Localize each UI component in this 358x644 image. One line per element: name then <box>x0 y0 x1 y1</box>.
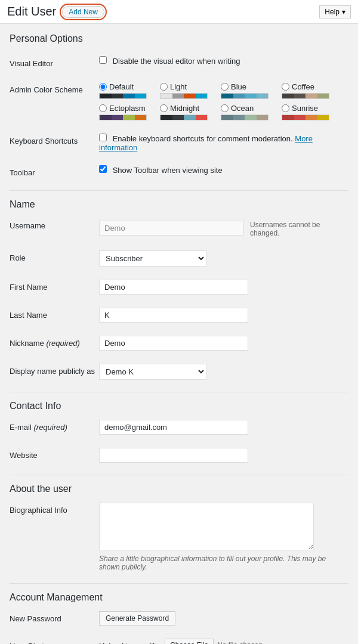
user-photo-label: User Photo <box>10 639 99 644</box>
top-bar: Edit User Add New Help ▾ <box>0 0 358 24</box>
swatch <box>233 94 245 98</box>
last-name-label: Last Name <box>10 308 99 321</box>
swatch <box>172 115 184 120</box>
color-swatches-ocean <box>221 114 268 120</box>
upload-label-text: Upload image file: <box>99 641 161 644</box>
keyboard-shortcuts-checkbox-label[interactable]: Enable keyboard shortcuts for comment mo… <box>99 134 295 143</box>
color-option-label-midnight[interactable]: Midnight <box>160 104 199 113</box>
color-swatches-default <box>99 93 147 99</box>
user-photo-row: User Photo Upload image file: Choose Fil… <box>10 635 348 644</box>
nickname-label-text: Nickname <box>10 339 44 348</box>
role-select[interactable]: SubscriberContributorAuthorEditorAdminis… <box>99 250 206 267</box>
color-option-ocean[interactable]: Ocean <box>221 104 277 120</box>
account-section-title: Account Management <box>10 583 348 603</box>
color-option-midnight[interactable]: Midnight <box>160 104 216 120</box>
color-radio-ocean[interactable] <box>221 104 229 112</box>
swatch <box>294 115 306 120</box>
display-name-control: Demo KDemoK <box>99 364 348 380</box>
new-password-row: New Password Generate Password <box>10 608 348 629</box>
help-button[interactable]: Help ▾ <box>319 5 351 18</box>
toolbar-checkbox-label[interactable]: Show Toolbar when viewing site <box>99 166 223 175</box>
color-option-label-sunrise[interactable]: Sunrise <box>282 104 318 113</box>
color-option-default[interactable]: Default <box>99 82 155 99</box>
contact-section-title: Contact Info <box>10 392 348 411</box>
role-row: Role SubscriberContributorAuthorEditorAd… <box>10 247 348 270</box>
website-label: Website <box>10 448 99 461</box>
swatch <box>245 94 257 98</box>
color-option-label-default[interactable]: Default <box>99 82 134 91</box>
name-section-title: Name <box>10 190 348 210</box>
user-photo-control: Upload image file: Choose File No file c… <box>99 639 348 644</box>
swatch <box>317 94 329 98</box>
chevron-down-icon: ▾ <box>342 8 345 16</box>
swatch <box>184 94 196 98</box>
last-name-control <box>99 308 348 323</box>
color-option-label-coffee[interactable]: Coffee <box>282 82 314 91</box>
swatch <box>161 94 172 98</box>
color-radio-light[interactable] <box>160 83 168 91</box>
swatch <box>100 115 112 120</box>
choose-file-button[interactable]: Choose File <box>165 639 214 644</box>
new-password-control: Generate Password <box>99 611 348 626</box>
color-radio-default[interactable] <box>99 83 107 91</box>
swatch <box>184 115 196 120</box>
swatch <box>135 94 147 98</box>
swatch <box>123 94 135 98</box>
new-password-label: New Password <box>10 611 99 624</box>
color-radio-blue[interactable] <box>221 83 229 91</box>
color-swatches-light <box>160 93 208 99</box>
username-input-row: Usernames cannot be changed. <box>99 218 348 237</box>
toolbar-checkbox[interactable] <box>99 165 107 173</box>
color-option-ectoplasm[interactable]: Ectoplasm <box>99 104 155 120</box>
swatch <box>257 94 268 98</box>
email-input[interactable] <box>99 420 248 435</box>
bio-textarea[interactable] <box>99 503 314 550</box>
visual-editor-checkbox-label[interactable]: Disable the visual editor when writing <box>99 57 240 66</box>
color-option-coffee[interactable]: Coffee <box>282 82 338 99</box>
visual-editor-row: Visual Editor Disable the visual editor … <box>10 52 348 73</box>
color-option-label-light[interactable]: Light <box>160 82 187 91</box>
color-radio-ectoplasm[interactable] <box>99 104 107 112</box>
swatch <box>135 115 147 120</box>
swatch <box>196 94 208 98</box>
color-option-label-blue[interactable]: Blue <box>221 82 246 91</box>
keyboard-shortcuts-checkbox[interactable] <box>99 134 107 141</box>
last-name-input[interactable] <box>99 308 248 323</box>
swatch <box>305 115 317 120</box>
nickname-control <box>99 336 348 351</box>
top-bar-left: Edit User Add New <box>7 5 104 18</box>
display-name-row: Display name publicly as Demo KDemoK <box>10 360 348 383</box>
keyboard-shortcuts-row: Keyboard Shortcuts Enable keyboard short… <box>10 130 348 156</box>
bio-hint: Share a little biographical information … <box>99 555 338 571</box>
color-scheme-grid: DefaultLightBlueCoffeeEctoplasmMidnightO… <box>99 82 338 120</box>
keyboard-shortcuts-control: Enable keyboard shortcuts for comment mo… <box>99 134 348 152</box>
color-swatches-sunrise <box>282 114 329 120</box>
first-name-input[interactable] <box>99 280 248 295</box>
username-label: Username <box>10 218 99 231</box>
first-name-control <box>99 280 348 295</box>
swatch <box>233 115 245 120</box>
swatch <box>282 115 294 120</box>
swatch <box>221 94 233 98</box>
color-option-blue[interactable]: Blue <box>221 82 277 99</box>
bio-row: Biographical Info Share a little biograp… <box>10 499 348 575</box>
nickname-input[interactable] <box>99 336 248 351</box>
color-radio-sunrise[interactable] <box>282 104 289 112</box>
color-option-light[interactable]: Light <box>160 82 216 99</box>
color-option-label-ocean[interactable]: Ocean <box>221 104 254 113</box>
display-name-select[interactable]: Demo KDemoK <box>99 364 206 380</box>
color-radio-midnight[interactable] <box>160 104 168 112</box>
color-option-sunrise[interactable]: Sunrise <box>282 104 338 120</box>
role-label: Role <box>10 250 99 264</box>
email-label-text: E-mail <box>10 423 32 432</box>
add-new-button[interactable]: Add New <box>62 6 104 18</box>
role-control: SubscriberContributorAuthorEditorAdminis… <box>99 250 348 267</box>
visual-editor-checkbox[interactable] <box>99 56 107 64</box>
color-radio-coffee[interactable] <box>282 83 289 91</box>
toolbar-label: Toolbar <box>10 165 99 178</box>
swatch <box>112 94 124 98</box>
generate-password-button[interactable]: Generate Password <box>99 611 175 626</box>
website-input[interactable] <box>99 448 248 463</box>
swatch <box>317 115 329 120</box>
color-option-label-ectoplasm[interactable]: Ectoplasm <box>99 104 146 113</box>
